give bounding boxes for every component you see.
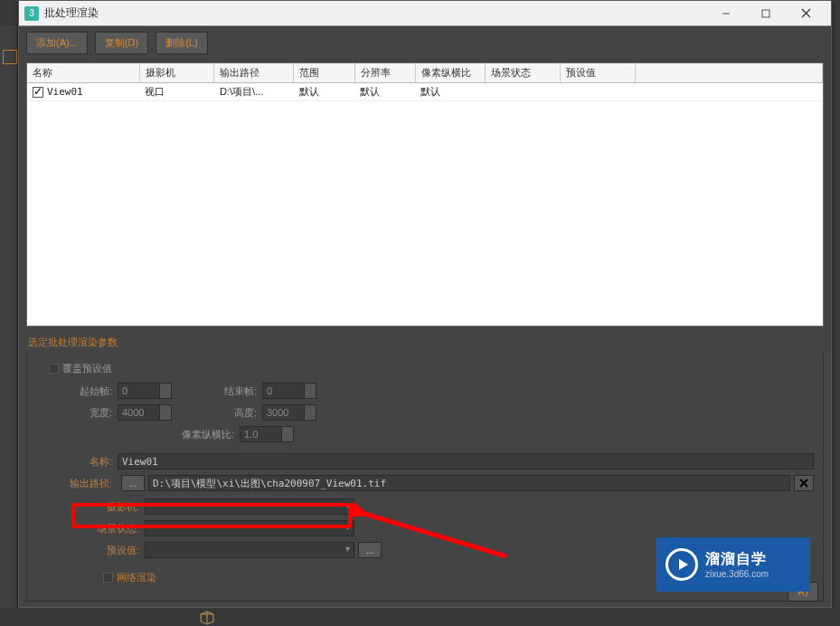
netrender-label: 网络渲染: [117, 571, 156, 584]
scene-state-label: 场景状态:: [36, 522, 145, 536]
table-header[interactable]: 名称: [27, 63, 139, 83]
override-checkbox[interactable]: [49, 364, 59, 374]
override-label: 覆盖预设值: [62, 362, 112, 375]
table-header[interactable]: 范围: [294, 63, 354, 83]
output-path-input[interactable]: D:\项目\模型\xi\出图\cha200907_View01.tif: [148, 475, 790, 491]
par-label: 像素纵横比:: [36, 428, 240, 441]
app-icon: 3: [24, 6, 39, 21]
par-input[interactable]: 1.0: [240, 426, 294, 442]
name-input[interactable]: View01: [118, 453, 814, 470]
output-clear-button[interactable]: [794, 475, 814, 491]
duplicate-button[interactable]: 复制(D): [95, 32, 148, 54]
preset-dropdown[interactable]: [145, 542, 354, 558]
minimize-button[interactable]: [706, 1, 746, 26]
play-icon: [665, 548, 698, 581]
table-header[interactable]: 像素纵横比: [415, 63, 486, 83]
table-header[interactable]: 输出路径: [214, 63, 294, 83]
table-header[interactable]: 分辨率: [354, 63, 415, 83]
toolbar: 添加(A)... 复制(D) 删除(L): [19, 26, 831, 60]
row-checkbox[interactable]: [33, 87, 43, 98]
app-left-strip: [0, 25, 18, 608]
start-frame-input[interactable]: 0: [118, 383, 172, 399]
start-frame-label: 起始帧:: [36, 384, 118, 398]
width-input[interactable]: 4000: [118, 404, 172, 421]
table-header[interactable]: 预设值: [561, 63, 636, 83]
delete-button[interactable]: 删除(L): [156, 32, 207, 54]
app-footer: [0, 608, 840, 626]
watermark-title: 溜溜自学: [705, 550, 769, 569]
titlebar[interactable]: 3 批处理渲染: [19, 1, 831, 26]
maximize-button[interactable]: [746, 1, 786, 26]
window-title: 批处理渲染: [44, 5, 706, 21]
watermark-url: zixue.3d66.com: [705, 569, 769, 579]
preset-browse-button[interactable]: ...: [358, 542, 382, 558]
watermark: 溜溜自学 zixue.3d66.com: [656, 537, 810, 592]
height-input[interactable]: 3000: [262, 404, 316, 421]
svg-rect-1: [762, 10, 769, 17]
views-table[interactable]: 名称摄影机输出路径范围分辨率像素纵横比场景状态预设值 View01视口D:\项目…: [26, 62, 824, 327]
batch-render-dialog: 3 批处理渲染 添加(A)... 复制(D) 删除(L) 名称摄影机输出路径范围…: [18, 0, 832, 608]
netrender-checkbox[interactable]: [103, 573, 113, 583]
end-frame-input[interactable]: 0: [262, 383, 316, 399]
preset-label: 预设值:: [36, 544, 145, 557]
scene-state-dropdown[interactable]: [145, 520, 354, 536]
table-row[interactable]: View01视口D:\项目\...默认默认默认: [27, 83, 823, 101]
output-browse-button[interactable]: ...: [121, 475, 145, 491]
cube-icon: [199, 611, 215, 625]
params-section-title: 选定批处理渲染参数: [28, 336, 831, 349]
table-header[interactable]: 场景状态: [486, 63, 561, 83]
output-path-label: 输出路径:: [36, 477, 118, 490]
end-frame-label: 结束帧:: [208, 384, 262, 398]
close-button[interactable]: [786, 1, 826, 26]
camera-dropdown[interactable]: [145, 498, 354, 515]
add-button[interactable]: 添加(A)...: [26, 32, 88, 54]
height-label: 高度:: [208, 406, 262, 420]
width-label: 宽度:: [36, 406, 118, 420]
table-header[interactable]: 摄影机: [139, 63, 214, 83]
name-label: 名称:: [36, 455, 118, 469]
camera-label: 摄影机:: [36, 500, 145, 514]
